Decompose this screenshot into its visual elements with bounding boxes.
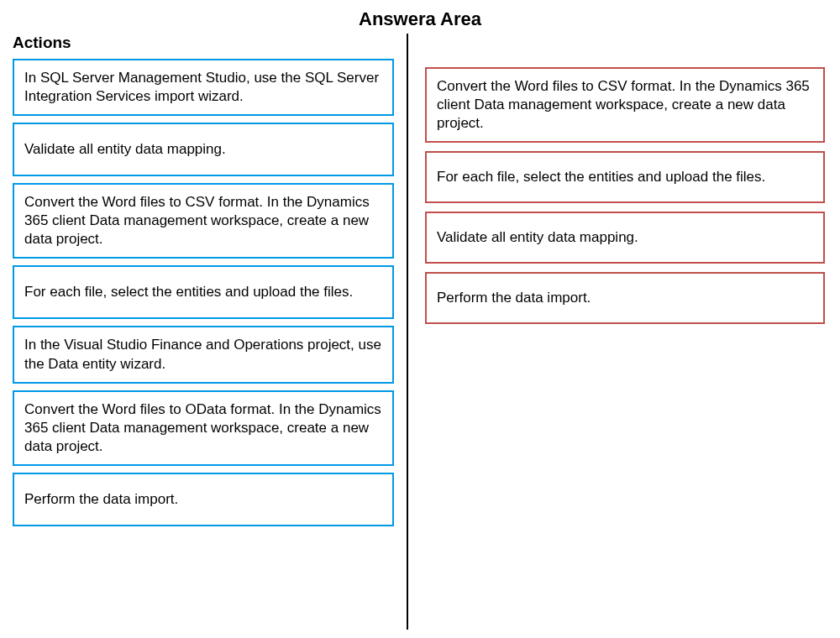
action-item-text: Convert the Word files to CSV format. In… (24, 193, 382, 248)
action-item[interactable]: Convert the Word files to OData format. … (13, 390, 394, 466)
answer-item-text: Perform the data import. (437, 289, 591, 307)
action-item-text: In SQL Server Management Studio, use the… (24, 69, 382, 106)
action-item[interactable]: In the Visual Studio Finance and Operati… (13, 326, 394, 383)
action-item-text: Validate all entity data mapping. (24, 140, 226, 159)
action-item[interactable]: In SQL Server Management Studio, use the… (13, 59, 394, 116)
action-item-text: In the Visual Studio Finance and Operati… (24, 336, 382, 373)
answer-item[interactable]: Convert the Word files to CSV format. In… (425, 67, 825, 143)
action-item[interactable]: Validate all entity data mapping. (13, 123, 394, 176)
answer-item-text: For each file, select the entities and u… (437, 168, 765, 186)
answer-item[interactable]: Perform the data import. (425, 272, 825, 324)
answer-item-text: Convert the Word files to CSV format. In… (437, 77, 813, 133)
action-item-text: Perform the data import. (24, 490, 178, 509)
answer-item[interactable]: Validate all entity data mapping. (425, 212, 825, 264)
action-item[interactable]: Convert the Word files to CSV format. In… (13, 183, 394, 259)
answer-column: Convert the Word files to CSV format. In… (408, 34, 840, 638)
action-item-text: For each file, select the entities and u… (24, 283, 353, 301)
page-title: Answera Area (0, 0, 840, 34)
answer-item[interactable]: For each file, select the entities and u… (425, 151, 825, 203)
action-item[interactable]: Perform the data import. (13, 473, 394, 526)
columns-container: Actions In SQL Server Management Studio,… (0, 34, 840, 638)
answer-item-text: Validate all entity data mapping. (437, 228, 638, 247)
actions-heading: Actions (13, 34, 394, 52)
actions-column: Actions In SQL Server Management Studio,… (0, 34, 407, 638)
action-item-text: Convert the Word files to OData format. … (24, 400, 382, 456)
action-item[interactable]: For each file, select the entities and u… (13, 265, 394, 319)
